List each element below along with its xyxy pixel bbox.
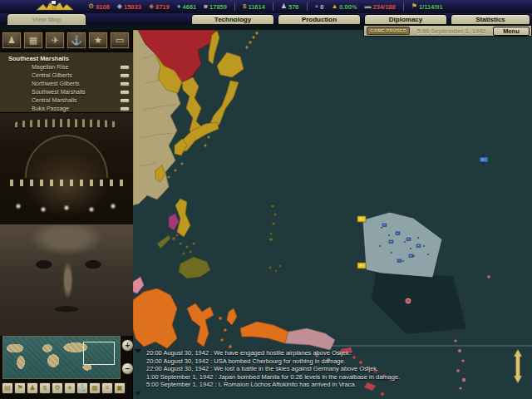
oil-value: 4661 [183, 3, 197, 11]
dissent-value: 0.00% [339, 3, 357, 11]
region-list-item[interactable]: Magellan Rise [0, 63, 133, 71]
statistics-button[interactable]: Statistics [451, 14, 530, 25]
diplomacy-button[interactable]: Diplomacy [364, 14, 447, 25]
transports-value: 0 [320, 3, 323, 11]
metal-readout: ◆ 15033 [117, 3, 141, 11]
sidebar: ♟ ▦ ✈ ⚓ ★ ▭ Southeast Marshalls Magellan… [0, 30, 133, 399]
minimap-zoom-in-button[interactable]: + [121, 339, 134, 352]
aircraft-filter-button[interactable]: ✈ [45, 32, 65, 49]
oil-icon: ● [177, 3, 181, 10]
anchor-icon: ⚓ [71, 35, 82, 46]
sidebar-artwork-cathedral [0, 113, 133, 224]
armor-icon: ▦ [29, 35, 37, 46]
region-item-label: Magellan Rise [32, 64, 68, 70]
industry-mapmode-button[interactable]: ⚙ [52, 382, 63, 394]
minimap-zoom-out-button[interactable]: − [121, 362, 134, 375]
production-button[interactable]: Production [278, 14, 361, 25]
transport-filter-button[interactable]: ▭ [110, 32, 130, 49]
unit-filter-row: ♟ ▦ ✈ ⚓ ★ ▭ [2, 32, 131, 49]
log-scroll-down-icon[interactable] [135, 392, 141, 396]
region-item-button[interactable] [120, 65, 130, 70]
combat-icon: ★ [94, 35, 102, 46]
units-mapmode-button[interactable]: ♟ [27, 382, 38, 394]
energy-readout: ⚙ 8106 [88, 3, 110, 11]
resource-bar: ⚙ 8106 ◆ 15033 ◈ 8719 ● 4661 ■ 17859 $ [0, 0, 532, 13]
region-item-button[interactable] [120, 90, 130, 95]
transport-capacity-value: 234/188 [373, 3, 396, 11]
region-item-label: Central Marshalls [32, 97, 76, 103]
air-mapmode-button[interactable]: ✈ [64, 382, 76, 394]
ship-marker-north[interactable] [480, 157, 488, 162]
resources-mapmode-button[interactable]: ▦ [89, 382, 101, 394]
region-list-item[interactable]: Buka Passage [0, 105, 133, 113]
log-entry[interactable]: 22:00 August 30, 1942 : We lost a battle… [146, 365, 522, 373]
supplies-readout: ■ 17859 [204, 3, 227, 11]
dissent-readout: ▲ 0.00% [331, 3, 357, 11]
money-icon: $ [243, 3, 246, 10]
region-item-button[interactable] [120, 73, 130, 78]
transport-capacity-readout: ▬ 234/188 [365, 3, 396, 11]
region-item-label: Northwest Gilberts [32, 81, 80, 86]
tab-view-map[interactable]: View Map [7, 13, 86, 25]
naval-mapmode-button[interactable]: ⚓ [76, 382, 88, 394]
transports-readout: × 0 [315, 3, 324, 11]
transport-icon: ▭ [116, 35, 124, 46]
manpower-icon: ♟ [281, 3, 287, 10]
minimap[interactable] [2, 336, 121, 379]
divider [403, 2, 404, 11]
region-list-item[interactable]: Northwest Gilberts [0, 80, 133, 88]
divider [273, 2, 273, 11]
battle-marker[interactable] [406, 298, 411, 303]
world-map[interactable] [133, 30, 532, 399]
divider [307, 2, 308, 11]
mapmode-button-row: ▤ ⚑ ♟ $ ⚙ ✈ ⚓ ▦ ≡ ▣ [2, 382, 126, 394]
supply-mapmode-button[interactable]: ≡ [101, 382, 113, 394]
officers-value: 1/114/91 [419, 3, 443, 11]
game-date: 5:00 September 1, 1942 [410, 27, 493, 35]
region-list-item[interactable]: Southwest Marshalls [0, 88, 133, 96]
oil-readout: ● 4661 [177, 3, 197, 11]
status-bar: GAME PAUSED 5:00 September 1, 1942 Menu [363, 25, 532, 37]
combat-filter-button[interactable]: ★ [88, 32, 108, 49]
rare-materials-icon: ◈ [149, 3, 154, 10]
log-scroll-up-icon[interactable] [135, 349, 141, 353]
infantry-filter-button[interactable]: ♟ [2, 32, 22, 49]
region-title: Southeast Marshalls [0, 52, 133, 63]
money-readout: $ 11614 [243, 3, 265, 11]
manpower-value: 576 [288, 3, 299, 11]
log-entry[interactable]: 5:00 September 1, 1942 : I. Romaíon Lóch… [146, 381, 522, 389]
rares-readout: ◈ 8719 [149, 3, 170, 11]
menu-button[interactable]: Menu [493, 27, 530, 36]
log-entry[interactable]: 20:00 August 30, 1942 : We have engaged … [146, 349, 522, 357]
infantry-icon: ♟ [7, 35, 16, 46]
region-item-button[interactable] [120, 81, 130, 86]
log-entry[interactable]: 20:00 August 30, 1942 : USA bombed Cherb… [146, 357, 522, 366]
technology-button[interactable]: Technology [191, 14, 274, 25]
aircraft-icon: ✈ [51, 35, 58, 46]
pacific-map-canvas[interactable] [133, 30, 532, 399]
region-list-item[interactable]: Central Gilberts [0, 71, 133, 80]
armor-filter-button[interactable]: ▦ [23, 32, 43, 49]
log-entry[interactable]: 1:00 September 1, 1942 : Japan bombed Ma… [146, 373, 522, 382]
region-item-button[interactable] [120, 98, 130, 103]
transport-capacity-icon: ▬ [365, 3, 372, 10]
game-paused-button[interactable]: GAME PAUSED [367, 27, 410, 35]
message-log: 20:00 August 30, 1942 : We have engaged … [146, 349, 522, 389]
metal-value: 15033 [124, 3, 141, 11]
region-item-label: Buka Passage [32, 106, 69, 111]
officers-readout: ⚑ 1/114/91 [411, 3, 443, 11]
diplomacy-mapmode-button[interactable]: ▣ [114, 382, 126, 394]
region-item-button[interactable] [120, 106, 130, 111]
transports-icon: × [315, 3, 319, 10]
resource-readouts: ⚙ 8106 ◆ 15033 ◈ 8719 ● 4661 ■ 17859 $ [88, 0, 451, 13]
manpower-readout: ♟ 576 [281, 3, 299, 11]
minimap-view-rectangle[interactable] [83, 342, 115, 365]
geography-mapmode-button[interactable]: ▤ [2, 382, 13, 394]
navy-filter-button[interactable]: ⚓ [66, 32, 86, 49]
economy-mapmode-button[interactable]: $ [39, 382, 51, 394]
region-list-panel: Southeast Marshalls Magellan Rise Centra… [0, 52, 133, 113]
region-list-item[interactable]: Central Marshalls [0, 96, 133, 105]
political-mapmode-button[interactable]: ⚑ [14, 382, 26, 394]
game-screen: 20:00 August 30, 1942 : We have engaged … [0, 0, 532, 399]
dissent-icon: ▲ [331, 3, 337, 10]
